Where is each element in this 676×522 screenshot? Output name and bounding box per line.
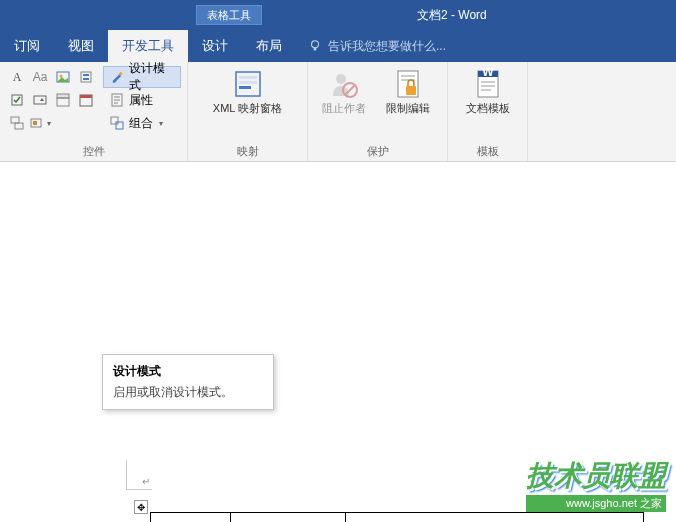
design-mode-button[interactable]: 设计模式 [103,66,181,88]
svg-rect-36 [481,85,495,87]
tab-review-partial[interactable]: 订阅 [0,30,54,62]
document-area[interactable]: 设计模式 启用或取消设计模式。 ↵ ✥ 单位名称↵ ⫶ ● 单击或点击此处输入文… [0,162,676,522]
title-bar: 表格工具 文档2 - Word [0,0,676,30]
block-authors-icon [328,68,360,100]
tell-me-placeholder: 告诉我您想要做什么... [328,38,446,55]
table-cell-left[interactable] [151,513,231,523]
group-mapping: XML 映射窗格 映射 [188,62,308,161]
document-template-label: 文档模板 [466,102,510,115]
svg-rect-24 [239,86,251,89]
chevron-down-icon: ▾ [159,119,163,128]
restrict-editing-button[interactable]: 限制编辑 [378,66,438,117]
tab-view[interactable]: 视图 [54,30,108,62]
svg-rect-13 [11,117,19,123]
svg-rect-37 [481,89,491,91]
svg-rect-1 [314,48,317,51]
svg-rect-29 [401,75,415,77]
svg-rect-14 [15,123,23,129]
svg-rect-6 [83,78,89,80]
restrict-editing-label: 限制编辑 [386,102,430,115]
svg-rect-31 [406,86,416,95]
svg-point-0 [312,41,319,48]
contextual-tab-label: 表格工具 [196,5,262,25]
svg-rect-35 [481,81,495,83]
document-title: 文档2 - Word [417,7,487,24]
repeating-section-control-button[interactable] [6,113,28,133]
tab-table-design[interactable]: 设计 [188,30,242,62]
block-authors-button[interactable]: 阻止作者 [314,66,374,117]
tooltip-description: 启用或取消设计模式。 [113,384,263,401]
block-authors-label: 阻止作者 [322,102,366,115]
building-block-control-button[interactable] [75,67,97,87]
group-button[interactable]: 组合 ▾ [103,112,181,134]
svg-rect-12 [80,95,92,98]
properties-label: 属性 [129,92,153,109]
combo-box-control-button[interactable] [29,90,51,110]
group-protect: 阻止作者 限制编辑 保护 [308,62,448,161]
svg-point-25 [336,74,346,84]
ribbon: A Aa ▾ 设计模式 [0,62,676,162]
properties-button[interactable]: 属性 [103,89,181,111]
document-table[interactable]: 单位名称↵ ⫶ ● 单击或点击此处输入文字。 ● ⫶ [150,512,644,522]
design-mode-tooltip: 设计模式 启用或取消设计模式。 [102,354,274,410]
document-template-icon: W [472,68,504,100]
templates-group-label: 模板 [454,142,521,159]
xml-mapping-label: XML 映射窗格 [213,102,282,115]
xml-mapping-button[interactable]: XML 映射窗格 [194,66,301,117]
group-ctrl-label: 组合 [129,115,153,132]
table-cell[interactable] [231,513,346,523]
tell-me-search[interactable]: 告诉我您想要做什么... [308,30,446,62]
tab-developer[interactable]: 开发工具 [108,30,188,62]
plain-text-control-button[interactable]: Aa [29,67,51,87]
svg-rect-16 [33,121,37,125]
mapping-group-label: 映射 [194,142,301,159]
table-cell[interactable] [346,513,644,523]
svg-rect-8 [34,96,46,104]
design-mode-icon [110,69,125,85]
checkbox-control-button[interactable] [6,90,28,110]
rich-text-control-button[interactable]: A [6,67,28,87]
svg-rect-23 [239,81,257,84]
dropdown-control-button[interactable] [52,90,74,110]
properties-icon [109,92,125,108]
watermark-main: 技术员联盟 [526,457,666,495]
svg-rect-20 [116,122,123,129]
svg-rect-19 [111,117,118,124]
date-picker-control-button[interactable] [75,90,97,110]
xml-mapping-icon [232,68,264,100]
group-templates: W 文档模板 模板 [448,62,528,161]
svg-rect-5 [83,74,89,76]
document-template-button[interactable]: W 文档模板 [454,66,521,117]
ribbon-tabs: 订阅 视图 开发工具 设计 布局 告诉我您想要做什么... [0,30,676,62]
watermark-sub: www.jsgho.net 之家 [526,495,666,512]
ruler-corner: ↵ [126,460,152,490]
group-controls: A Aa ▾ 设计模式 [0,62,188,161]
lightbulb-icon [308,39,322,53]
svg-rect-4 [81,72,91,82]
svg-text:W: W [482,68,494,79]
picture-control-button[interactable] [52,67,74,87]
tooltip-title: 设计模式 [113,363,263,380]
table-move-handle[interactable]: ✥ [134,500,148,514]
tab-table-layout[interactable]: 布局 [242,30,296,62]
protect-group-label: 保护 [314,142,441,159]
svg-rect-9 [57,94,69,98]
group-icon [109,115,125,131]
legacy-tools-button[interactable]: ▾ [29,113,51,133]
svg-rect-10 [57,98,69,106]
restrict-editing-icon [392,68,424,100]
controls-group-label: 控件 [6,142,181,159]
svg-rect-22 [239,76,257,79]
watermark: 技术员联盟 www.jsgho.net 之家 [526,457,666,512]
